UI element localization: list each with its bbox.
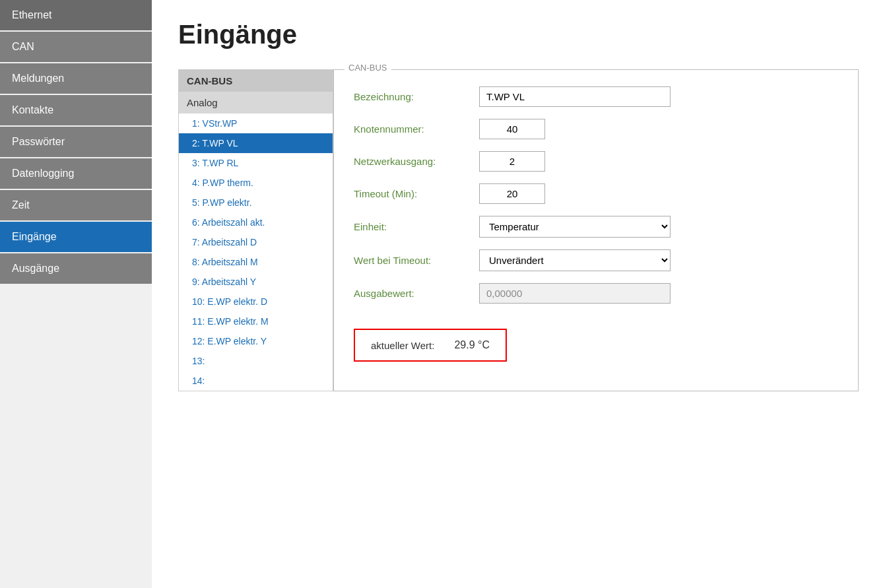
bezeichnung-label: Bezeichnung: <box>354 91 479 102</box>
einheit-select[interactable]: Temperatur Druck Leistung Energie Sonsti… <box>479 216 671 238</box>
sidebar-item-ethernet[interactable]: Ethernet <box>0 0 152 30</box>
tree-item-14[interactable]: 14: <box>179 371 333 391</box>
current-value-box: aktueller Wert: 29.9 °C <box>354 329 507 362</box>
wert-bei-timeout-select[interactable]: Unverändert 0 Letzter Wert <box>479 249 671 271</box>
tree-subcategory: Analog <box>179 92 333 114</box>
detail-panel-title: CAN-BUS <box>344 63 391 73</box>
tree-item-1[interactable]: 1: VStr.WP <box>179 114 333 133</box>
timeout-label: Timeout (Min): <box>354 188 479 199</box>
tree-item-12[interactable]: 12: E.WP elektr. Y <box>179 331 333 351</box>
tree-item-4[interactable]: 4: P.WP therm. <box>179 173 333 193</box>
sidebar-item-passwoerter[interactable]: Passwörter <box>0 127 152 157</box>
sidebar-item-meldungen[interactable]: Meldungen <box>0 63 152 94</box>
sidebar-item-ausgaenge[interactable]: Ausgänge <box>0 253 152 284</box>
content-area: CAN-BUS Analog 1: VStr.WP 2: T.WP VL 3: … <box>178 69 859 391</box>
form-row-timeout: Timeout (Min): <box>354 183 838 204</box>
tree-item-8[interactable]: 8: Arbeitszahl M <box>179 252 333 272</box>
form-row-bezeichnung: Bezeichnung: <box>354 86 838 107</box>
form-row-wert-bei-timeout: Wert bei Timeout: Unverändert 0 Letzter … <box>354 249 838 271</box>
tree-category: CAN-BUS <box>179 70 333 92</box>
sidebar-item-kontakte[interactable]: Kontakte <box>0 95 152 125</box>
tree-item-13[interactable]: 13: <box>179 351 333 371</box>
sidebar-item-eingaenge[interactable]: Eingänge <box>0 222 152 252</box>
detail-inner: Bezeichnung: Knotennummer: Netzwerkausga… <box>334 70 858 375</box>
timeout-input[interactable] <box>479 183 545 204</box>
form-row-knotennummer: Knotennummer: <box>354 119 838 139</box>
wert-bei-timeout-label: Wert bei Timeout: <box>354 255 479 266</box>
ausgabewert-label: Ausgabewert: <box>354 288 479 299</box>
ausgabewert-input <box>479 283 671 304</box>
einheit-label: Einheit: <box>354 221 479 232</box>
tree-item-6[interactable]: 6: Arbeitszahl akt. <box>179 212 333 232</box>
tree-panel: CAN-BUS Analog 1: VStr.WP 2: T.WP VL 3: … <box>178 69 333 391</box>
form-row-netzwerkausgang: Netzwerkausgang: <box>354 151 838 172</box>
form-row-ausgabewert: Ausgabewert: <box>354 283 838 304</box>
netzwerkausgang-input[interactable] <box>479 151 545 172</box>
tree-item-5[interactable]: 5: P.WP elektr. <box>179 193 333 212</box>
knotennummer-input[interactable] <box>479 119 545 139</box>
bezeichnung-input[interactable] <box>479 86 671 107</box>
tree-item-9[interactable]: 9: Arbeitszahl Y <box>179 272 333 292</box>
tree-item-11[interactable]: 11: E.WP elektr. M <box>179 311 333 331</box>
form-row-einheit: Einheit: Temperatur Druck Leistung Energ… <box>354 216 838 238</box>
sidebar-item-zeit[interactable]: Zeit <box>0 190 152 220</box>
tree-item-10[interactable]: 10: E.WP elektr. D <box>179 292 333 311</box>
tree-item-2[interactable]: 2: T.WP VL <box>179 133 333 153</box>
main-content: Eingänge CAN-BUS Analog 1: VStr.WP 2: T.… <box>152 0 885 588</box>
detail-wrapper: CAN-BUS Bezeichnung: Knotennummer: Net <box>333 69 859 391</box>
tree-item-3[interactable]: 3: T.WP RL <box>179 153 333 173</box>
sidebar: Ethernet CAN Meldungen Kontakte Passwört… <box>0 0 152 588</box>
sidebar-item-datenlogging[interactable]: Datenlogging <box>0 158 152 189</box>
netzwerkausgang-label: Netzwerkausgang: <box>354 156 479 167</box>
page-title: Eingänge <box>178 20 859 49</box>
current-value-value: 29.9 °C <box>454 339 490 351</box>
knotennummer-label: Knotennummer: <box>354 123 479 135</box>
tree-item-7[interactable]: 7: Arbeitszahl D <box>179 232 333 252</box>
sidebar-item-can[interactable]: CAN <box>0 32 152 62</box>
current-value-label: aktueller Wert: <box>371 340 434 351</box>
